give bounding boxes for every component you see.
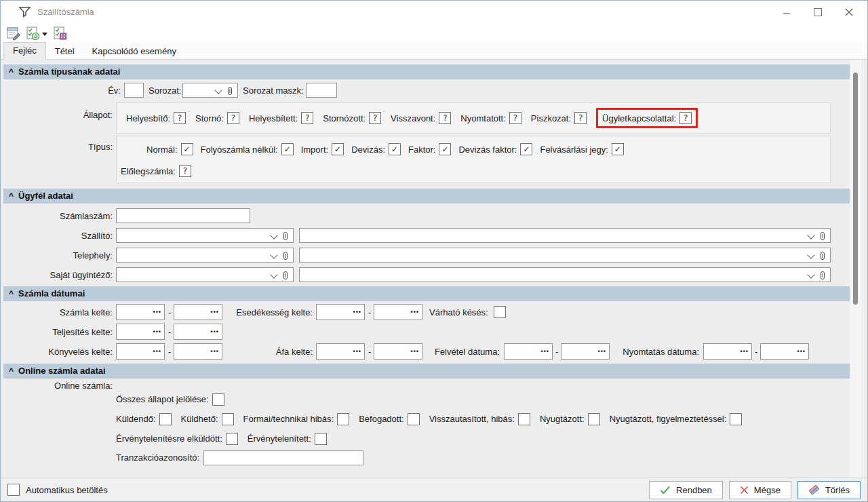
toolbar-dropdown-caret[interactable] [42, 33, 47, 36]
folyoszamla-nelkul-checkbox[interactable]: ✓ [281, 143, 294, 155]
kuldendo-checkbox[interactable] [159, 413, 172, 425]
storno-checkbox[interactable]: ? [227, 112, 239, 124]
date-picker-icon[interactable]: ••• [211, 348, 219, 355]
checklist-load-icon [25, 26, 40, 41]
nyugtazott-checkbox[interactable] [588, 413, 600, 425]
due-date-to[interactable]: ••• [374, 304, 422, 320]
date-picker-icon[interactable]: ••• [741, 348, 749, 355]
chevron-down-icon [270, 271, 277, 278]
invoice-date-to[interactable]: ••• [174, 304, 222, 320]
formai-technikai-hibas-checkbox[interactable] [337, 413, 349, 425]
site-combo[interactable] [116, 248, 294, 263]
delay-checkbox[interactable] [494, 306, 506, 318]
tab-kapcsolodo-esemeny[interactable]: Kapcsolódó esemény [83, 43, 185, 60]
vat-date-to[interactable]: ••• [374, 343, 422, 360]
ugyletkapcsolattal-checkbox[interactable]: ? [679, 112, 692, 124]
date-picker-icon[interactable]: ••• [411, 309, 419, 315]
ok-button[interactable]: Rendben [649, 481, 723, 499]
year-input[interactable] [124, 83, 144, 98]
date-picker-icon[interactable]: ••• [411, 348, 419, 355]
date-picker-icon[interactable]: ••• [153, 309, 161, 315]
own-clerk-row: Saját ügyintéző: [1, 265, 850, 284]
status-item: Stornózott: ? [323, 112, 381, 124]
devizas-checkbox[interactable]: ✓ [389, 143, 401, 155]
load-checklist-button[interactable] [24, 25, 41, 41]
ervenytelenitett-checkbox[interactable] [315, 433, 327, 445]
advance-row: Előlegszámla: ? [117, 161, 830, 181]
edit-form-button[interactable] [5, 25, 22, 41]
select-all-statuses-checkbox[interactable] [212, 393, 224, 406]
date-picker-icon[interactable]: ••• [153, 348, 161, 355]
date-picker-icon[interactable]: ••• [211, 328, 219, 335]
date-picker-icon[interactable]: ••• [598, 348, 606, 355]
series-mask-input[interactable] [306, 83, 337, 98]
piszkozat-checkbox[interactable]: ? [574, 112, 587, 124]
paperclip-icon [227, 86, 233, 96]
nyugtazott-figyelmeztetessel-checkbox[interactable] [730, 413, 742, 425]
booking-date-from[interactable]: ••• [116, 343, 165, 360]
stornozott-checkbox[interactable]: ? [369, 112, 381, 124]
elolegszamla-checkbox[interactable]: ? [179, 165, 191, 177]
cancel-button[interactable]: Mégse [729, 481, 791, 499]
helyesbito-checkbox[interactable]: ? [174, 112, 186, 124]
minimize-button[interactable] [771, 1, 802, 24]
maximize-button[interactable] [802, 1, 833, 24]
supplier-combo[interactable] [116, 228, 294, 243]
tab-fejlec[interactable]: Fejléc [3, 42, 46, 60]
section-header-online[interactable]: ^Online számla adatai [3, 364, 851, 379]
range-separator: - [368, 307, 371, 317]
transaction-id-input[interactable] [203, 450, 363, 465]
vat-date-from[interactable]: ••• [316, 343, 365, 360]
due-date-from[interactable]: ••• [316, 304, 365, 320]
checkbox-label: Devizás: [351, 144, 385, 155]
faktor-checkbox[interactable]: ✓ [439, 143, 451, 155]
date-picker-icon[interactable]: ••• [353, 348, 361, 355]
calc-checklist-button[interactable] [52, 25, 68, 41]
kuldheto-checkbox[interactable] [222, 413, 234, 425]
date-picker-icon[interactable]: ••• [541, 348, 549, 355]
record-date-from[interactable]: ••• [504, 343, 553, 360]
series-combo[interactable] [182, 83, 238, 98]
own-clerk-combo[interactable] [116, 267, 294, 282]
print-date-from[interactable]: ••• [703, 343, 752, 360]
record-date-to[interactable]: ••• [561, 343, 610, 360]
normal-checkbox[interactable]: ✓ [181, 143, 193, 155]
tab-tetel[interactable]: Tétel [46, 43, 83, 60]
type-item: Felvásárlási jegy: ✓ [540, 143, 623, 155]
completion-date-to[interactable]: ••• [174, 324, 222, 340]
vertical-scrollbar-thumb[interactable] [853, 73, 858, 305]
ervenytelenitesre-elkuldott-checkbox[interactable] [226, 433, 238, 445]
section-header-customer[interactable]: ^Ügyfél adatai [3, 189, 851, 204]
date-picker-icon[interactable]: ••• [797, 348, 806, 355]
invoice-date-from[interactable]: ••• [116, 304, 165, 320]
section-header-invoice-type[interactable]: ^Számla típusának adatai [3, 64, 851, 79]
range-separator: - [755, 347, 757, 357]
checkbox-label: Előlegszámla: [121, 166, 176, 176]
befogadott-checkbox[interactable] [408, 413, 420, 425]
import-checkbox[interactable]: ✓ [332, 143, 344, 155]
auto-load-checkbox[interactable] [7, 484, 20, 496]
supplier-name-combo[interactable] [299, 228, 831, 243]
booking-date-to[interactable]: ••• [174, 343, 222, 360]
online-item: Küldhető: [181, 413, 234, 425]
delete-button[interactable]: Törlés [797, 481, 861, 499]
date-picker-icon[interactable]: ••• [353, 309, 361, 315]
close-button[interactable] [833, 1, 865, 24]
completion-date-from[interactable]: ••• [116, 324, 165, 340]
visszavont-checkbox[interactable]: ? [439, 112, 451, 124]
status-item: Stornó: ? [195, 112, 239, 124]
vertical-scrollbar-track[interactable] [850, 60, 862, 478]
own-clerk-name-combo[interactable] [299, 267, 831, 282]
bottom-bar: Automatikus betöltés Rendben Mégse Törlé… [1, 478, 867, 501]
felvasarlasi-jegy-checkbox[interactable]: ✓ [612, 143, 624, 155]
chevron-down-icon [270, 251, 277, 258]
invoice-number-input[interactable] [116, 208, 250, 223]
site-name-combo[interactable] [299, 248, 831, 263]
helyesbitett-checkbox[interactable]: ? [301, 112, 313, 124]
print-date-to[interactable]: ••• [760, 343, 809, 360]
nyomtatott-checkbox[interactable]: ? [509, 112, 521, 124]
devizas-faktor-checkbox[interactable]: ✓ [520, 143, 532, 155]
date-picker-icon[interactable]: ••• [153, 328, 161, 335]
visszautasitott-hibas-checkbox[interactable] [518, 413, 530, 425]
section-header-dates[interactable]: ^Számla dátumai [3, 286, 851, 301]
